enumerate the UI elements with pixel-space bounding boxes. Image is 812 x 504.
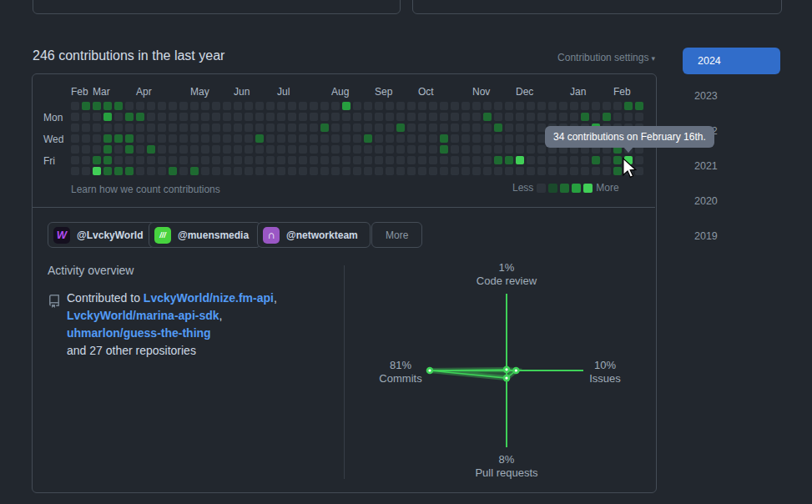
calendar-cell[interactable]: [103, 156, 112, 164]
calendar-cell[interactable]: [461, 156, 470, 164]
year-item-2021[interactable]: 2021: [694, 160, 774, 172]
calendar-cell[interactable]: [483, 145, 492, 154]
calendar-cell[interactable]: [570, 102, 578, 110]
calendar-cell[interactable]: [255, 123, 264, 132]
calendar-cell[interactable]: [93, 123, 101, 132]
calendar-cell[interactable]: [342, 156, 351, 164]
calendar-cell[interactable]: [624, 102, 633, 110]
calendar-cell[interactable]: [158, 167, 166, 175]
calendar-cell[interactable]: [93, 145, 101, 154]
calendar-cell[interactable]: [537, 113, 546, 121]
calendar-cell[interactable]: [494, 123, 502, 132]
calendar-cell[interactable]: [581, 102, 589, 110]
calendar-cell[interactable]: [461, 134, 470, 143]
calendar-cell[interactable]: [125, 123, 134, 132]
calendar-cell[interactable]: [353, 123, 361, 132]
calendar-cell[interactable]: [266, 167, 275, 175]
calendar-cell[interactable]: [71, 123, 79, 132]
calendar-cell[interactable]: [386, 145, 394, 154]
calendar-cell[interactable]: [429, 134, 437, 143]
calendar-cell[interactable]: [125, 102, 134, 110]
calendar-cell[interactable]: [147, 113, 155, 121]
calendar-cell[interactable]: [451, 156, 459, 164]
calendar-cell[interactable]: [114, 167, 123, 175]
calendar-cell[interactable]: [223, 134, 231, 143]
calendar-cell[interactable]: [201, 167, 209, 175]
calendar-cell[interactable]: [386, 156, 394, 164]
calendar-cell[interactable]: [375, 134, 383, 143]
calendar-cell[interactable]: [93, 134, 101, 143]
calendar-cell[interactable]: [245, 167, 253, 175]
calendar-cell[interactable]: [125, 156, 134, 164]
calendar-cell[interactable]: [440, 113, 448, 121]
calendar-cell[interactable]: [169, 156, 177, 164]
calendar-cell[interactable]: [288, 145, 296, 154]
calendar-cell[interactable]: [320, 145, 329, 154]
calendar-cell[interactable]: [516, 123, 524, 132]
calendar-cell[interactable]: [364, 123, 372, 132]
calendar-cell[interactable]: [234, 134, 242, 143]
calendar-cell[interactable]: [353, 145, 361, 154]
calendar-cell[interactable]: [201, 113, 209, 121]
calendar-cell[interactable]: [429, 123, 437, 132]
calendar-cell[interactable]: [245, 156, 253, 164]
calendar-cell[interactable]: [396, 167, 405, 175]
year-item-2023[interactable]: 2023: [694, 90, 774, 102]
calendar-cell[interactable]: [570, 167, 578, 175]
calendar-cell[interactable]: [169, 134, 177, 143]
calendar-cell[interactable]: [136, 113, 144, 121]
calendar-cell[interactable]: [93, 102, 101, 110]
calendar-cell[interactable]: [212, 123, 220, 132]
calendar-cell[interactable]: [245, 134, 253, 143]
calendar-cell[interactable]: [461, 167, 470, 175]
calendar-cell[interactable]: [516, 102, 524, 110]
calendar-cell[interactable]: [375, 123, 383, 132]
calendar-cell[interactable]: [255, 156, 264, 164]
calendar-cell[interactable]: [212, 102, 220, 110]
calendar-cell[interactable]: [158, 156, 166, 164]
calendar-cell[interactable]: [103, 167, 112, 175]
calendar-cell[interactable]: [375, 102, 383, 110]
calendar-cell[interactable]: [548, 102, 557, 110]
calendar-cell[interactable]: [136, 123, 144, 132]
calendar-cell[interactable]: [212, 156, 220, 164]
calendar-cell[interactable]: [418, 145, 426, 154]
calendar-cell[interactable]: [429, 145, 437, 154]
calendar-cell[interactable]: [201, 102, 209, 110]
calendar-cell[interactable]: [320, 123, 329, 132]
calendar-cell[interactable]: [136, 156, 144, 164]
calendar-cell[interactable]: [201, 134, 209, 143]
contribution-settings-dropdown[interactable]: Contribution settings▾: [557, 52, 655, 63]
calendar-cell[interactable]: [396, 145, 405, 154]
calendar-cell[interactable]: [82, 145, 90, 154]
calendar-cell[interactable]: [624, 113, 633, 121]
calendar-cell[interactable]: [310, 145, 318, 154]
calendar-cell[interactable]: [461, 113, 470, 121]
calendar-cell[interactable]: [190, 134, 199, 143]
calendar-cell[interactable]: [179, 156, 188, 164]
calendar-cell[interactable]: [635, 102, 643, 110]
calendar-cell[interactable]: [310, 113, 318, 121]
calendar-cell[interactable]: [516, 156, 524, 164]
calendar-cell[interactable]: [266, 102, 275, 110]
calendar-cell[interactable]: [451, 123, 459, 132]
calendar-cell[interactable]: [353, 102, 361, 110]
calendar-cell[interactable]: [320, 134, 329, 143]
calendar-cell[interactable]: [277, 113, 285, 121]
calendar-cell[interactable]: [310, 156, 318, 164]
calendar-cell[interactable]: [234, 145, 242, 154]
calendar-cell[interactable]: [407, 167, 416, 175]
calendar-cell[interactable]: [331, 113, 340, 121]
calendar-cell[interactable]: [353, 167, 361, 175]
year-item-2019[interactable]: 2019: [694, 230, 774, 242]
calendar-cell[interactable]: [114, 156, 123, 164]
calendar-cell[interactable]: [592, 113, 600, 121]
calendar-cell[interactable]: [527, 113, 535, 121]
calendar-cell[interactable]: [494, 134, 502, 143]
calendar-cell[interactable]: [299, 156, 307, 164]
calendar-cell[interactable]: [136, 167, 144, 175]
calendar-cell[interactable]: [613, 156, 622, 164]
calendar-cell[interactable]: [364, 102, 372, 110]
calendar-cell[interactable]: [472, 113, 481, 121]
calendar-cell[interactable]: [136, 134, 144, 143]
